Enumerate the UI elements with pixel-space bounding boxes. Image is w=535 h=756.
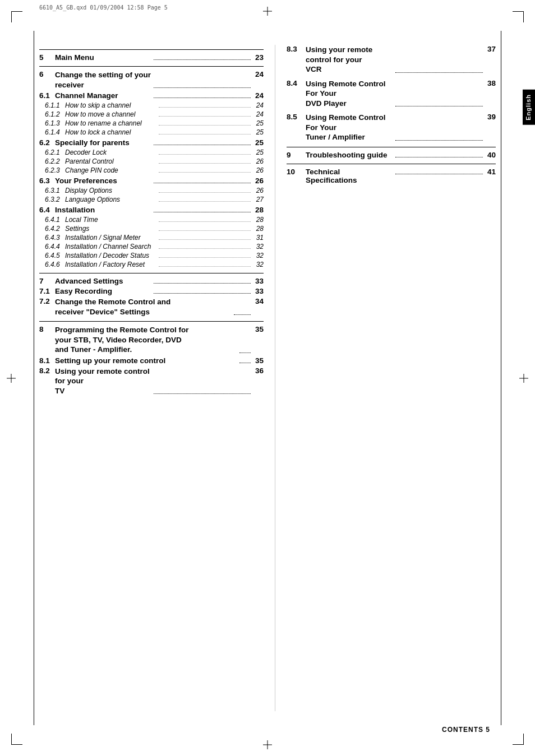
toc-num-6-2-3: 6.2.3 [45,166,65,174]
toc-dots-6-2 [154,145,251,145]
toc-num-6-1: 6.1 [39,91,55,100]
toc-dots-6-4-1 [159,221,251,222]
toc-title-6-2-3: Change PIN code [65,166,157,174]
toc-title-6-4-2: Settings [65,225,157,233]
toc-dots-6-2-2 [159,163,251,164]
crop-mark-br-h [513,744,524,745]
toc-entry-6-4-2: 6.4.2 Settings 28 [39,225,264,233]
toc-entry-6-1-1: 6.1.1 How to skip a channel 24 [39,101,264,109]
toc-page-7-1: 33 [252,287,264,295]
toc-num-7-1: 7.1 [39,287,55,295]
toc-dots-9 [395,157,483,157]
toc-page-8-1: 35 [252,356,264,365]
toc-entry-6-1-4: 6.1.4 How to lock a channel 25 [39,128,264,136]
toc-title-6-1-3: How to rename a channel [65,119,157,127]
toc-entry-8-5: 8.5 Using Remote Control For YourTuner /… [287,113,496,142]
toc-page-6-4: 28 [252,206,264,214]
reg-mark-right [519,374,528,383]
crop-mark-bl-h [11,744,22,745]
toc-title-6-1: Channel Manager [55,91,152,100]
toc-title-8-4: Using Remote Control For YourDVD Player [306,79,394,109]
crop-mark-tr-v [523,11,524,22]
toc-section-8: 8 Programming the Remote Control foryour… [39,321,264,396]
toc-entry-9: 9 Troubleshooting guide 40 [287,151,496,159]
toc-entry-8-3: 8.3 Using your remote control for yourVC… [287,45,496,75]
toc-num-9: 9 [287,151,306,159]
toc-entry-6-2-1: 6.2.1 Decoder Lock 25 [39,149,264,156]
toc-dots-6-3 [154,183,251,183]
toc-dots-8-1 [239,363,251,363]
toc-num-6-2: 6.2 [39,138,55,147]
toc-entry-6-1-3: 6.1.3 How to rename a channel 25 [39,119,264,127]
toc-dots-6-4 [154,212,251,212]
toc-entry-6-3-1: 6.3.1 Display Options 26 [39,187,264,194]
toc-page-9: 40 [485,151,496,159]
toc-dots-6-4-6 [159,266,251,267]
toc-page-6-4-6: 32 [252,261,264,268]
toc-section-9: 9 Troubleshooting guide 40 [287,147,496,159]
toc-page-6-4-2: 28 [252,225,264,233]
toc-title-6-4-1: Local Time [65,216,157,224]
toc-title-6-1-1: How to skip a channel [65,101,157,109]
toc-dots-6-2-3 [159,172,251,173]
hr-9 [287,147,496,147]
toc-section-8-3: 8.3 Using your remote control for yourVC… [287,45,496,142]
toc-page-5: 23 [252,53,264,62]
toc-num-6-2-1: 6.2.1 [45,149,65,156]
toc-dots-6-4-2 [159,230,251,231]
toc-dots-6-1-1 [159,107,251,108]
toc-page-6-2-1: 25 [252,149,264,156]
toc-title-9: Troubleshooting guide [306,151,394,159]
toc-entry-6-3: 6.3 Your Preferences 26 [39,177,264,185]
toc-title-8-2: Using your remote control for yourTV [55,367,152,396]
toc-num-8: 8 [39,325,55,333]
crop-mark-tl-v [11,11,12,22]
toc-num-6-1-4: 6.1.4 [45,128,65,136]
toc-page-8: 35 [252,325,264,333]
toc-page-6: 24 [252,70,264,78]
toc-dots-6-4-5 [159,257,251,258]
toc-title-6-2: Specially for parents [55,138,152,147]
toc-title-6-4-5: Installation / Decoder Status [65,252,157,259]
toc-page-8-5: 39 [485,113,496,121]
reg-mark-left [7,374,16,383]
toc-page-6-2: 25 [252,138,264,147]
toc-dots-7-1 [154,293,251,294]
toc-page-6-4-5: 32 [252,252,264,259]
toc-entry-6-4: 6.4 Installation 28 [39,206,264,214]
toc-page-6-3-1: 26 [252,187,264,194]
toc-entry-6-2: 6.2 Specially for parents 25 [39,138,264,147]
toc-page-6-3: 26 [252,177,264,185]
toc-title-6-3-2: Language Options [65,196,157,203]
toc-section-6-3: 6.3 Your Preferences 26 6.3.1 Display Op… [39,177,264,203]
toc-page-6-4-4: 32 [252,243,264,251]
toc-title-6-4: Installation [55,206,152,214]
toc-title-6-4-6: Installation / Factory Reset [65,261,157,268]
toc-entry-7-1: 7.1 Easy Recording 33 [39,287,264,295]
left-column: 5 Main Menu 23 6 Change the setting of y… [39,45,275,711]
toc-num-6-3: 6.3 [39,177,55,185]
toc-num-6-1-3: 6.1.3 [45,119,65,127]
english-tab: English [523,90,535,125]
toc-dots-6-1-2 [159,116,251,117]
footer: CONTENTS 5 [442,726,490,734]
toc-entry-5: 5 Main Menu 23 [39,53,264,62]
toc-dots-6-4-4 [159,248,251,249]
toc-entry-8-1: 8.1 Setting up your remote control 35 [39,356,264,365]
toc-num-6-2-2: 6.2.2 [45,157,65,165]
right-border-line [501,31,501,725]
toc-page-6-1-2: 24 [252,110,264,118]
toc-num-6-4-1: 6.4.1 [45,216,65,224]
toc-dots-8-3 [395,72,483,73]
toc-num-8-1: 8.1 [39,356,55,365]
left-border-line [34,31,34,725]
hr-5 [39,49,264,50]
toc-dots-6-3-2 [159,201,251,202]
toc-dots-6-2-1 [159,154,251,155]
toc-title-6-2-2: Parental Control [65,157,157,165]
toc-num-7-2: 7.2 [39,297,55,305]
toc-title-5: Main Menu [55,53,152,62]
toc-title-7-2: Change the Remote Control andreceiver "D… [55,297,232,317]
hr-6 [39,66,264,67]
reg-mark-top [263,7,272,16]
